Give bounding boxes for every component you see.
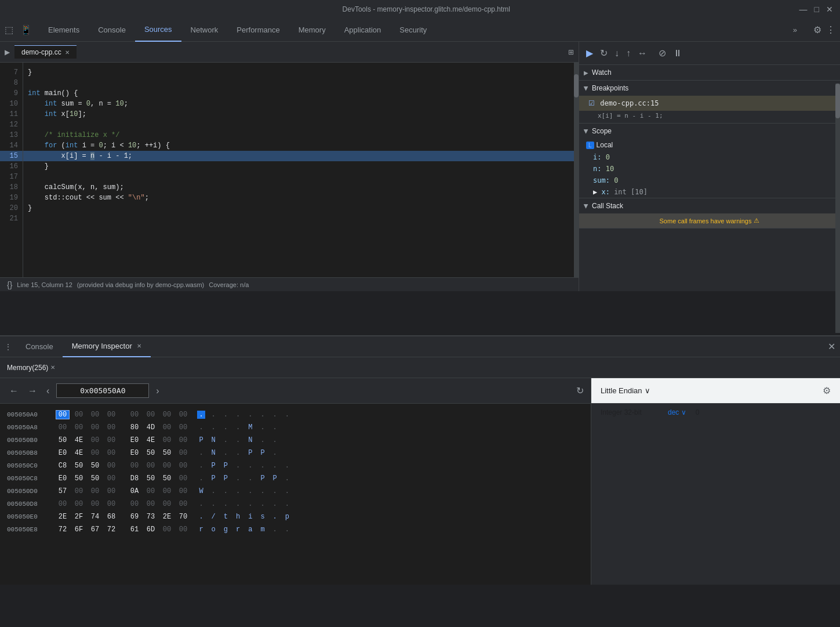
scope-val-x: int [10] — [614, 188, 648, 196]
history-back-icon[interactable]: ← — [7, 383, 21, 398]
tab-performance[interactable]: Performance — [227, 19, 289, 42]
editor-tab-demo-cpp[interactable]: demo-cpp.cc ✕ — [14, 45, 77, 59]
sidebar-toggle-icon[interactable]: ▶ — [5, 48, 10, 56]
deactivate-button[interactable]: ⊘ — [656, 45, 668, 61]
editor-tab-close-icon[interactable]: ✕ — [65, 49, 70, 56]
endian-label: Little Endian — [601, 386, 642, 395]
mem-addr-2: 005050B0 — [7, 437, 53, 444]
mem-addr-8: 005050E0 — [7, 513, 53, 520]
tab-memory[interactable]: Memory — [289, 19, 335, 42]
editor-expand-icon[interactable]: ⊞ — [568, 48, 574, 56]
minimize-button[interactable]: — — [799, 5, 808, 14]
debugger-scrollbar[interactable] — [835, 84, 840, 291]
code-line-12 — [23, 119, 579, 130]
mem-ascii-char-0-2[interactable]: . — [221, 411, 230, 419]
tab-application[interactable]: Application — [335, 19, 391, 42]
nav-prev-icon[interactable]: ‹ — [44, 383, 52, 398]
scope-section-header[interactable]: ▶ Scope — [579, 124, 840, 139]
mem-ascii-char-0-1[interactable]: . — [209, 411, 217, 419]
interpreter-type-label: Integer 32-bit — [601, 408, 659, 416]
pause-button[interactable]: ⏸ — [671, 46, 685, 61]
tab-elements[interactable]: Elements — [39, 19, 89, 42]
call-stack-section: ▶ Call Stack Some call frames have warni… — [579, 198, 840, 229]
history-forward-icon[interactable]: → — [26, 383, 39, 398]
breakpoints-section-header[interactable]: ▶ Breakpoints — [579, 81, 840, 96]
mem-byte-0-5[interactable]: 00 — [144, 411, 158, 419]
mem-ascii-1: . . . . M . . — [197, 423, 279, 432]
brackets-icon[interactable]: {} — [7, 280, 12, 289]
memory-nav: ← → ‹ › ↻ — [0, 378, 591, 404]
address-input[interactable] — [56, 383, 149, 398]
watch-label: Watch — [592, 68, 612, 77]
endian-bar: Little Endian ∨ ⚙ — [591, 378, 840, 404]
mem-ascii-char-0-0[interactable]: . — [197, 411, 205, 419]
watch-section-header[interactable]: ▶ Watch — [579, 65, 840, 80]
endian-select[interactable]: Little Endian ∨ — [601, 386, 650, 395]
step-over-button[interactable]: ↻ — [598, 45, 610, 61]
coverage-info: Coverage: n/a — [209, 281, 249, 288]
line-num-16: 16 — [0, 161, 23, 172]
nav-next-icon[interactable]: › — [154, 383, 161, 398]
mem-ascii-char-0-7[interactable]: . — [283, 411, 291, 419]
mem-byte-0-0[interactable]: 00 — [56, 410, 70, 419]
mem-ascii-char-0-5[interactable]: . — [259, 411, 267, 419]
memory-tab-close-icon[interactable]: ✕ — [50, 364, 55, 371]
tab-sources[interactable]: Sources — [135, 19, 181, 42]
editor-scroll-thumb[interactable] — [574, 74, 579, 97]
mem-byte-0-1[interactable]: 00 — [72, 411, 86, 419]
debugger-scroll-thumb[interactable] — [835, 84, 840, 118]
step-into-button[interactable]: ↓ — [612, 46, 621, 61]
mem-byte-0-2[interactable]: 00 — [88, 411, 102, 419]
watch-section: ▶ Watch — [579, 65, 840, 81]
mem-byte-0-4[interactable]: 00 — [128, 411, 141, 419]
code-line-13: /* initialize x */ — [23, 130, 579, 140]
line-num-21: 21 — [0, 213, 23, 224]
refresh-icon[interactable]: ↻ — [576, 385, 584, 396]
warning-icon: ⚠ — [754, 217, 759, 224]
close-bottom-panel-icon[interactable]: ✕ — [828, 341, 835, 352]
code-line-21 — [23, 213, 579, 224]
scope-section: ▶ Scope L Local i: 0 n: 10 sum: 0 ▶ — [579, 124, 840, 198]
close-button[interactable]: ✕ — [826, 5, 833, 14]
resume-button[interactable]: ▶ — [584, 45, 595, 61]
tab-security[interactable]: Security — [390, 19, 436, 42]
breakpoint-location[interactable]: demo-cpp.cc:15 — [600, 99, 659, 107]
scope-var-x[interactable]: ▶ x: int [10] — [579, 186, 840, 198]
mem-ascii-char-0-3[interactable]: . — [234, 411, 242, 419]
mem-byte-0-6[interactable]: 00 — [160, 411, 174, 419]
settings-icon[interactable]: ⚙ — [813, 24, 821, 35]
memory-inspector-tab-close[interactable]: ✕ — [137, 343, 141, 349]
mem-byte-0-7[interactable]: 00 — [176, 411, 190, 419]
editor-scrollbar[interactable] — [574, 63, 579, 277]
debugger-panel: ▶ ↻ ↓ ↑ ↔ ⊘ ⏸ ▶ Watch ▶ Breakpoints — [579, 42, 840, 291]
line-num-7: 7 — [0, 67, 23, 78]
tab-console-bottom[interactable]: Console — [16, 336, 63, 357]
mem-ascii-char-0-6[interactable]: . — [271, 411, 279, 419]
tab-network[interactable]: Network — [181, 19, 228, 42]
panel-dots-icon[interactable]: ⋮ — [5, 343, 12, 351]
more-options-icon[interactable]: ⋮ — [826, 24, 835, 35]
code-line-7: } — [23, 67, 579, 78]
tab-more[interactable]: » — [784, 19, 806, 42]
breakpoint-item-0: ☑ demo-cpp.cc:15 — [579, 96, 840, 111]
call-stack-header[interactable]: ▶ Call Stack — [579, 198, 840, 213]
maximize-button[interactable]: □ — [814, 5, 819, 14]
tab-console[interactable]: Console — [89, 19, 135, 42]
mem-addr-3: 005050B8 — [7, 450, 53, 456]
interpreter-settings-icon[interactable]: ⚙ — [823, 385, 831, 396]
mem-ascii-3: . N . . P P . — [197, 449, 279, 457]
tab-memory-inspector[interactable]: Memory Inspector ✕ — [63, 336, 151, 357]
code-editor[interactable]: 7 8 9 10 11 12 13 14 15 16 17 18 19 20 2… — [0, 63, 579, 277]
step-out-button[interactable]: ↑ — [624, 46, 633, 61]
mem-byte-0-3[interactable]: 00 — [104, 411, 118, 419]
breakpoints-chevron-icon: ▶ — [583, 86, 590, 90]
scope-local-section[interactable]: L Local — [579, 139, 840, 151]
breakpoint-checkbox[interactable]: ☑ — [588, 99, 595, 107]
interpreter-format-select[interactable]: dec ∨ — [668, 408, 686, 416]
mobile-icon[interactable]: 📱 — [20, 24, 32, 35]
line-numbers: 7 8 9 10 11 12 13 14 15 16 17 18 19 20 2… — [0, 63, 23, 277]
code-line-14: for (int i = 0; i < 10; ++i) { — [23, 140, 579, 151]
step-button[interactable]: ↔ — [635, 46, 649, 61]
cursor-icon[interactable]: ⬚ — [5, 24, 13, 35]
mem-ascii-char-0-4[interactable]: . — [246, 411, 254, 419]
